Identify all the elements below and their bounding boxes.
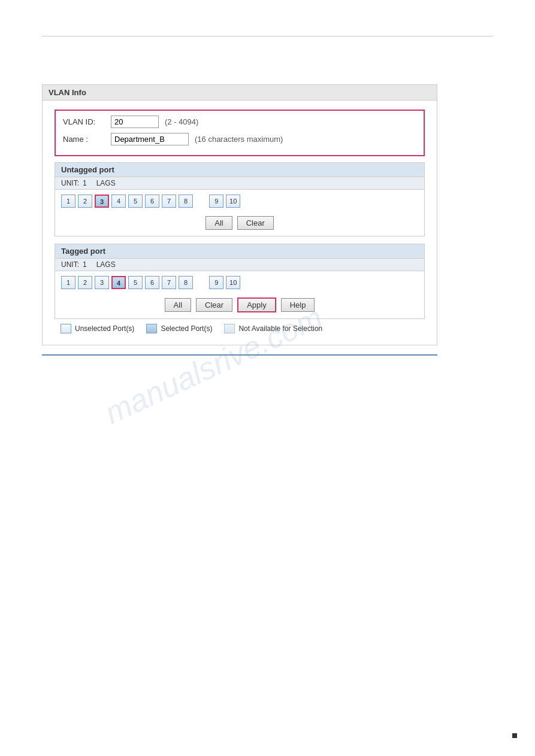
legend-selected: Selected Port(s) xyxy=(146,324,212,333)
tagged-lags-label: LAGS xyxy=(96,260,116,269)
untagged-port-panel: Untagged port UNIT: 1 LAGS 1 2 3 4 5 6 7… xyxy=(55,162,425,236)
tagged-lags-group: 9 10 xyxy=(209,276,240,289)
vlan-info-box: VLAN ID: (2 - 4094) Name : (16 character… xyxy=(55,110,425,156)
legend-row: Unselected Port(s) Selected Port(s) Not … xyxy=(55,319,425,336)
tagged-action-row: All Clear Apply Help xyxy=(55,294,424,318)
tagged-unit-row: UNIT: 1 LAGS xyxy=(55,259,424,271)
untagged-port-3[interactable]: 3 xyxy=(95,195,109,208)
vlan-info-title: VLAN Info xyxy=(49,88,86,97)
tagged-unit-value: 1 xyxy=(83,260,87,269)
legend-unavailable-label: Not Available for Selection xyxy=(238,324,322,333)
tagged-port-header: Tagged port xyxy=(55,244,424,259)
untagged-all-button[interactable]: All xyxy=(205,216,232,230)
untagged-port-1[interactable]: 1 xyxy=(61,195,75,208)
tagged-port-grid: 1 2 3 4 5 6 7 8 9 10 xyxy=(55,271,424,294)
legend-selected-label: Selected Port(s) xyxy=(161,324,212,333)
untagged-port-title: Untagged port xyxy=(61,165,114,174)
apply-button[interactable]: Apply xyxy=(237,297,276,312)
untagged-unit-label: UNIT: xyxy=(61,179,79,187)
legend-unavailable: Not Available for Selection xyxy=(224,324,322,333)
untagged-port-5[interactable]: 5 xyxy=(128,195,143,208)
untagged-action-row: All Clear xyxy=(55,212,424,236)
page-wrapper: VLAN Info VLAN ID: (2 - 4094) Name : (16… xyxy=(0,0,535,756)
top-divider xyxy=(42,36,493,37)
untagged-port-4[interactable]: 4 xyxy=(111,195,126,208)
untagged-unit-row: UNIT: 1 LAGS xyxy=(55,177,424,190)
tagged-port-3[interactable]: 3 xyxy=(95,276,109,289)
legend-unselected-box xyxy=(61,324,71,333)
untagged-unit-value: 1 xyxy=(83,179,87,187)
tagged-lag-9[interactable]: 9 xyxy=(209,276,223,289)
tagged-port-1[interactable]: 1 xyxy=(61,276,75,289)
tagged-port-2[interactable]: 2 xyxy=(78,276,92,289)
tagged-clear-button[interactable]: Clear xyxy=(196,298,232,312)
tagged-port-title: Tagged port xyxy=(61,247,105,256)
tagged-port-panel: Tagged port UNIT: 1 LAGS 1 2 3 4 5 6 7 8 xyxy=(55,244,425,319)
untagged-lag-10[interactable]: 10 xyxy=(226,195,240,208)
untagged-port-7[interactable]: 7 xyxy=(162,195,176,208)
port-separator-tagged xyxy=(199,278,203,287)
vlan-id-hint: (2 - 4094) xyxy=(165,117,198,126)
vlan-id-input[interactable] xyxy=(111,116,159,128)
untagged-port-6[interactable]: 6 xyxy=(145,195,159,208)
tagged-port-8[interactable]: 8 xyxy=(179,276,193,289)
vlan-name-input[interactable] xyxy=(111,133,189,145)
tagged-port-7[interactable]: 7 xyxy=(162,276,176,289)
untagged-lags-group: 9 10 xyxy=(209,195,240,208)
legend-unselected-label: Unselected Port(s) xyxy=(75,324,134,333)
untagged-clear-button[interactable]: Clear xyxy=(237,216,274,230)
vlan-info-panel: VLAN Info VLAN ID: (2 - 4094) Name : (16… xyxy=(42,84,437,345)
vlan-info-body: VLAN ID: (2 - 4094) Name : (16 character… xyxy=(43,101,437,345)
vlan-name-label: Name : xyxy=(63,135,111,144)
untagged-lag-9[interactable]: 9 xyxy=(209,195,223,208)
vlan-info-header: VLAN Info xyxy=(43,85,437,101)
help-button[interactable]: Help xyxy=(281,298,315,312)
vlan-id-label: VLAN ID: xyxy=(63,117,111,126)
legend-unselected: Unselected Port(s) xyxy=(61,324,134,333)
tagged-port-6[interactable]: 6 xyxy=(145,276,159,289)
legend-selected-box xyxy=(146,324,157,333)
tagged-port-5[interactable]: 5 xyxy=(128,276,143,289)
port-separator-untagged xyxy=(199,197,203,206)
untagged-port-header: Untagged port xyxy=(55,163,424,177)
tagged-unit-label: UNIT: xyxy=(61,260,79,269)
untagged-port-8[interactable]: 8 xyxy=(179,195,193,208)
vlan-id-row: VLAN ID: (2 - 4094) xyxy=(63,116,416,128)
tagged-lag-10[interactable]: 10 xyxy=(226,276,240,289)
vlan-name-row: Name : (16 characters maximum) xyxy=(63,133,416,145)
untagged-lags-label: LAGS xyxy=(96,179,116,187)
untagged-port-grid: 1 2 3 4 5 6 7 8 9 10 xyxy=(55,190,424,212)
vlan-name-hint: (16 characters maximum) xyxy=(195,135,283,144)
legend-unavailable-box xyxy=(224,324,235,333)
tagged-port-4[interactable]: 4 xyxy=(111,276,126,289)
untagged-port-2[interactable]: 2 xyxy=(78,195,92,208)
tagged-all-button[interactable]: All xyxy=(165,298,191,312)
bottom-divider xyxy=(42,354,437,356)
bottom-marker xyxy=(512,733,517,738)
